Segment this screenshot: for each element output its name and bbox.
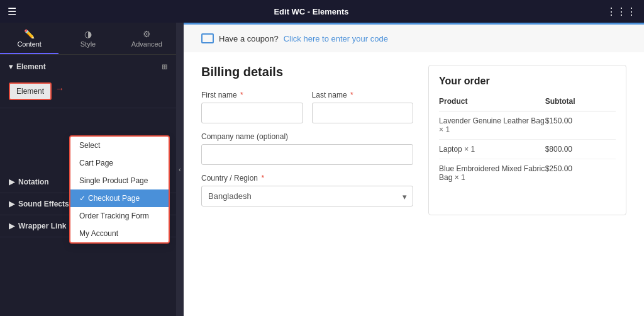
order-table-row: Lavender Genuine Leather Bag × 1 $150.00 — [439, 111, 616, 140]
content-icon: ✏️ — [3, 29, 56, 39]
order-item-name: Blue Embroidered Mixed Fabric Bag × 1 — [439, 159, 545, 188]
first-name-required: * — [240, 91, 243, 99]
country-group: Country / Region * Bangladesh — [201, 174, 413, 206]
country-select-wrapper: Bangladesh — [201, 186, 413, 206]
tab-style[interactable]: ◑ Style — [58, 23, 117, 54]
last-name-required: * — [350, 91, 353, 99]
style-icon: ◑ — [61, 29, 114, 39]
order-item-qty: × 1 — [464, 145, 475, 154]
first-name-label: First name * — [201, 91, 303, 99]
tab-content[interactable]: ✏️ Content — [0, 23, 58, 54]
element-edit-icon: ⊞ — [162, 63, 167, 71]
content-area: Have a coupon? Click here to enter your … — [184, 23, 644, 316]
name-row: First name * Last name * — [201, 91, 413, 123]
product-col-header: Product — [439, 94, 545, 111]
sound-effects-arrow: ▶ — [9, 200, 14, 208]
order-item-price: $800.00 — [545, 140, 616, 159]
notation-arrow: ▶ — [9, 178, 14, 186]
dropdown-item-cart-page[interactable]: Cart Page — [70, 154, 169, 172]
advanced-icon: ⚙ — [120, 29, 174, 39]
order-item-price: $250.00 — [545, 159, 616, 188]
grid-icon[interactable]: ⋮⋮⋮ — [606, 6, 636, 18]
country-label: Country / Region * — [201, 174, 413, 183]
element-section-label: Element — [16, 62, 162, 71]
element-section-header[interactable]: ▾ Element ⊞ — [9, 62, 167, 71]
coupon-bar: Have a coupon? Click here to enter your … — [184, 23, 644, 52]
order-item-qty: × 1 — [439, 125, 450, 134]
billing-order-layout: Billing details First name * Last name * — [184, 52, 644, 228]
dropdown-item-single-product[interactable]: Single Product Page — [70, 172, 169, 189]
billing-section: Billing details First name * Last name * — [201, 65, 413, 215]
top-bar-title: Edit WC - Elements — [274, 7, 348, 16]
tab-advanced[interactable]: ⚙ Advanced — [118, 23, 176, 54]
coupon-icon — [201, 33, 214, 43]
last-name-input[interactable] — [312, 103, 414, 123]
country-select[interactable]: Bangladesh — [201, 186, 413, 206]
last-name-group: Last name * — [312, 91, 414, 123]
company-name-group: Company name (optional) — [201, 132, 413, 165]
dropdown-item-my-account[interactable]: My Account — [70, 225, 169, 242]
element-dropdown: Select Cart Page Single Product Page ✓Ch… — [69, 135, 170, 244]
order-table: Product Subtotal Lavender Genuine Leathe… — [439, 94, 616, 187]
coupon-text: Have a coupon? — [219, 34, 279, 43]
order-item-qty: × 1 — [455, 173, 465, 182]
main-layout: ✏️ Content ◑ Style ⚙ Advanced ▾ Element … — [0, 23, 644, 316]
billing-title: Billing details — [201, 65, 413, 79]
element-section: ▾ Element ⊞ Element → Select Cart Page — [0, 55, 176, 108]
element-section-arrow: ▾ — [9, 62, 13, 71]
sidebar-tabs: ✏️ Content ◑ Style ⚙ Advanced — [0, 23, 176, 55]
hamburger-icon[interactable]: ☰ — [8, 6, 16, 18]
collapse-icon: ‹ — [179, 166, 180, 173]
dropdown-item-select[interactable]: Select — [70, 137, 169, 154]
top-bar: ☰ Edit WC - Elements ⋮⋮⋮ — [0, 0, 644, 23]
first-name-group: First name * — [201, 91, 303, 123]
last-name-label: Last name * — [312, 91, 414, 99]
company-input[interactable] — [201, 144, 413, 165]
sidebar-collapse[interactable]: ‹ — [176, 23, 184, 316]
dropdown-item-checkout-page[interactable]: ✓Checkout Page — [70, 189, 169, 207]
subtotal-col-header: Subtotal — [545, 94, 616, 111]
order-item-name: Laptop × 1 — [439, 140, 545, 159]
order-section: Your order Product Subtotal Lavender Gen… — [428, 65, 626, 215]
element-item[interactable]: Element — [9, 82, 52, 100]
order-item-name: Lavender Genuine Leather Bag × 1 — [439, 111, 545, 140]
order-table-row: Blue Embroidered Mixed Fabric Bag × 1 $2… — [439, 159, 616, 188]
order-title: Your order — [439, 76, 616, 87]
order-item-price: $150.00 — [545, 111, 616, 140]
country-required: * — [261, 174, 264, 183]
sidebar: ✏️ Content ◑ Style ⚙ Advanced ▾ Element … — [0, 23, 176, 316]
element-arrow-icon: → — [55, 84, 64, 94]
first-name-input[interactable] — [201, 103, 303, 123]
dropdown-item-order-tracking[interactable]: Order Tracking Form — [70, 207, 169, 225]
order-table-row: Laptop × 1 $800.00 — [439, 140, 616, 159]
check-icon: ✓ — [79, 194, 86, 203]
company-label: Company name (optional) — [201, 132, 413, 141]
coupon-link[interactable]: Click here to enter your code — [284, 34, 388, 43]
wrapper-link-arrow: ▶ — [9, 222, 14, 230]
